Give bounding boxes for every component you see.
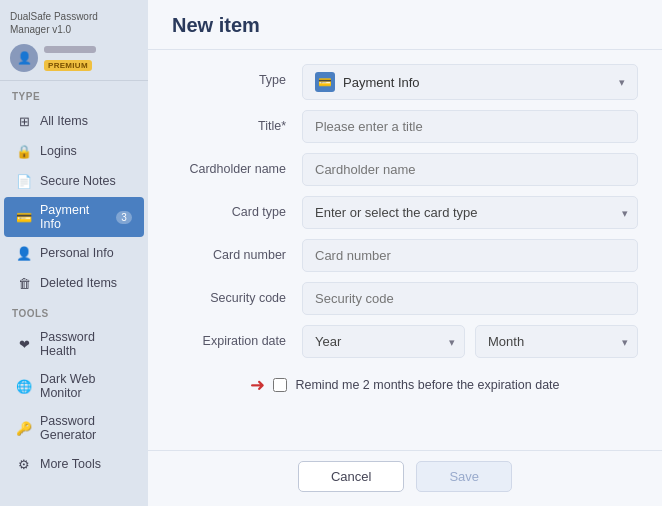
reminder-arrow-icon: ➜ [250,374,265,396]
title-control [302,110,638,143]
avatar: 👤 [10,44,38,72]
card-number-control [302,239,638,272]
card-type-row: Card type Enter or select the card type … [172,196,638,229]
trash-icon: 🗑 [16,275,32,291]
health-icon: ❤ [16,336,32,352]
form-area: Type 💳 Payment Info ▾ Title* Cardh [148,50,662,450]
sidebar-item-label: Password Generator [40,414,132,442]
title-label: Title* [172,110,302,133]
save-button[interactable]: Save [416,461,512,492]
reminder-row: ➜ Remind me 2 months before the expirati… [172,368,638,400]
payment-type-icon: 💳 [315,72,335,92]
gear-icon: ⚙ [16,456,32,472]
sidebar-item-password-generator[interactable]: 🔑 Password Generator [4,408,144,448]
lock-icon: 🔒 [16,143,32,159]
key-icon: 🔑 [16,420,32,436]
sidebar-item-label: Payment Info [40,203,108,231]
expiry-selects: Year 202420252026 202720282029 2030 ▾ Mo… [302,325,638,358]
type-select[interactable]: 💳 Payment Info ▾ [302,64,638,100]
sidebar-item-payment-info[interactable]: 💳 Payment Info 3 [4,197,144,237]
cardholder-label: Cardholder name [172,153,302,176]
sidebar-item-label: Password Health [40,330,132,358]
month-select-wrap: Month 010203 040506 070809 101112 ▾ [475,325,638,358]
sidebar-item-personal-info[interactable]: 👤 Personal Info [4,239,144,267]
type-section-label: TYPE [0,81,148,106]
username-bar [44,46,96,53]
security-code-input[interactable] [302,282,638,315]
sidebar-item-deleted-items[interactable]: 🗑 Deleted Items [4,269,144,297]
payment-badge: 3 [116,211,132,224]
username-area: PREMIUM [44,46,138,71]
year-select-wrap: Year 202420252026 202720282029 2030 ▾ [302,325,465,358]
premium-badge: PREMIUM [44,60,92,71]
sidebar-item-label: Deleted Items [40,276,117,290]
person-icon: 👤 [16,245,32,261]
type-value: Payment Info [343,75,611,90]
card-type-select[interactable]: Enter or select the card type Visa Maste… [302,196,638,229]
expiration-label: Expiration date [172,325,302,348]
year-select[interactable]: Year 202420252026 202720282029 2030 [302,325,465,358]
expiration-control: Year 202420252026 202720282029 2030 ▾ Mo… [302,325,638,358]
sidebar: DualSafe Password Manager v1.0 👤 PREMIUM… [0,0,148,506]
sidebar-item-label: More Tools [40,457,101,471]
sidebar-item-label: Personal Info [40,246,114,260]
title-row: Title* [172,110,638,143]
web-icon: 🌐 [16,378,32,394]
card-number-row: Card number [172,239,638,272]
security-code-row: Security code [172,282,638,315]
sidebar-item-more-tools[interactable]: ⚙ More Tools [4,450,144,478]
sidebar-item-label: Secure Notes [40,174,116,188]
card-type-control: Enter or select the card type Visa Maste… [302,196,638,229]
page-title: New item [172,14,638,37]
cardholder-control [302,153,638,186]
type-row: Type 💳 Payment Info ▾ [172,64,638,100]
tools-section-label: TOOLS [0,298,148,323]
sidebar-item-all-items[interactable]: ⊞ All Items [4,107,144,135]
main-content: New item Type 💳 Payment Info ▾ Title* [148,0,662,506]
title-input[interactable] [302,110,638,143]
user-row: 👤 PREMIUM [10,44,138,72]
footer-buttons: Cancel Save [148,450,662,506]
sidebar-item-label: All Items [40,114,88,128]
reminder-checkbox[interactable] [273,378,287,392]
main-header: New item [148,0,662,50]
app-title: DualSafe Password Manager v1.0 [10,10,138,36]
type-label: Type [172,64,302,87]
sidebar-item-secure-notes[interactable]: 📄 Secure Notes [4,167,144,195]
card-number-input[interactable] [302,239,638,272]
card-number-label: Card number [172,239,302,262]
sidebar-item-logins[interactable]: 🔒 Logins [4,137,144,165]
card-type-label: Card type [172,196,302,219]
sidebar-item-label: Dark Web Monitor [40,372,132,400]
grid-icon: ⊞ [16,113,32,129]
type-control: 💳 Payment Info ▾ [302,64,638,100]
reminder-text: Remind me 2 months before the expiration… [295,378,559,392]
cardholder-row: Cardholder name [172,153,638,186]
sidebar-item-dark-web-monitor[interactable]: 🌐 Dark Web Monitor [4,366,144,406]
note-icon: 📄 [16,173,32,189]
card-type-select-wrap: Enter or select the card type Visa Maste… [302,196,638,229]
sidebar-item-label: Logins [40,144,77,158]
security-code-label: Security code [172,282,302,305]
sidebar-header: DualSafe Password Manager v1.0 👤 PREMIUM [0,0,148,81]
security-code-control [302,282,638,315]
cancel-button[interactable]: Cancel [298,461,404,492]
card-icon: 💳 [16,209,32,225]
chevron-down-icon: ▾ [619,76,625,89]
sidebar-item-password-health[interactable]: ❤ Password Health [4,324,144,364]
month-select[interactable]: Month 010203 040506 070809 101112 [475,325,638,358]
expiration-row: Expiration date Year 202420252026 202720… [172,325,638,358]
cardholder-input[interactable] [302,153,638,186]
